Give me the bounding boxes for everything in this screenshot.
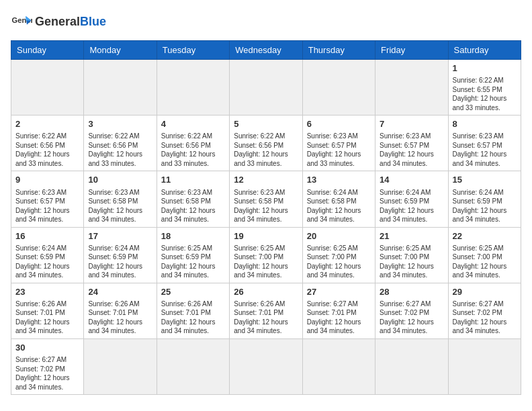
calendar-cell [302,60,375,116]
page-header: General GeneralBlue [11,11,521,32]
day-info: Sunrise: 6:26 AMSunset: 7:01 PMDaylight:… [234,300,298,336]
day-number: 21 [380,230,443,242]
day-info: Sunrise: 6:22 AMSunset: 6:56 PMDaylight:… [15,132,79,168]
col-header-thursday: Thursday [302,41,375,60]
day-number: 4 [161,118,225,130]
calendar-cell [375,60,448,116]
col-header-wednesday: Wednesday [230,41,302,60]
day-number: 11 [161,174,225,186]
calendar-cell [230,60,302,116]
calendar-cell [375,338,448,394]
calendar-cell [11,60,84,116]
day-number: 25 [161,286,225,298]
day-number: 24 [88,286,152,298]
calendar-cell: 11Sunrise: 6:23 AMSunset: 6:58 PMDayligh… [157,171,229,227]
calendar-cell: 15Sunrise: 6:24 AMSunset: 6:59 PMDayligh… [448,171,521,227]
calendar-cell [157,338,229,394]
day-info: Sunrise: 6:24 AMSunset: 6:59 PMDaylight:… [380,188,443,224]
day-info: Sunrise: 6:27 AMSunset: 7:02 PMDaylight:… [380,300,443,336]
calendar-cell: 28Sunrise: 6:27 AMSunset: 7:02 PMDayligh… [375,283,448,338]
calendar-cell: 26Sunrise: 6:26 AMSunset: 7:01 PMDayligh… [230,283,302,338]
calendar-cell: 1Sunrise: 6:22 AMSunset: 6:55 PMDaylight… [448,60,521,116]
calendar-cell: 3Sunrise: 6:22 AMSunset: 6:56 PMDaylight… [84,116,157,171]
calendar-week-row: 23Sunrise: 6:26 AMSunset: 7:01 PMDayligh… [11,283,521,338]
calendar-cell: 4Sunrise: 6:22 AMSunset: 6:56 PMDaylight… [157,116,229,171]
calendar-cell: 12Sunrise: 6:23 AMSunset: 6:58 PMDayligh… [230,171,302,227]
logo-text: GeneralBlue [35,15,106,28]
day-info: Sunrise: 6:24 AMSunset: 6:59 PMDaylight:… [15,244,79,280]
calendar-cell: 22Sunrise: 6:25 AMSunset: 7:00 PMDayligh… [448,227,521,283]
day-info: Sunrise: 6:25 AMSunset: 6:59 PMDaylight:… [161,244,225,280]
calendar-cell: 19Sunrise: 6:25 AMSunset: 7:00 PMDayligh… [230,227,302,283]
calendar-cell: 23Sunrise: 6:26 AMSunset: 7:01 PMDayligh… [11,283,84,338]
calendar-cell: 10Sunrise: 6:23 AMSunset: 6:58 PMDayligh… [84,171,157,227]
day-number: 23 [15,286,79,298]
col-header-saturday: Saturday [448,41,521,60]
day-number: 20 [307,230,371,242]
calendar-cell [84,338,157,394]
calendar-cell [84,60,157,116]
calendar-cell: 16Sunrise: 6:24 AMSunset: 6:59 PMDayligh… [11,227,84,283]
day-info: Sunrise: 6:26 AMSunset: 7:01 PMDaylight:… [161,300,225,336]
day-number: 6 [307,118,371,130]
calendar-cell: 13Sunrise: 6:24 AMSunset: 6:58 PMDayligh… [302,171,375,227]
calendar-cell: 30Sunrise: 6:27 AMSunset: 7:02 PMDayligh… [11,338,84,394]
day-info: Sunrise: 6:24 AMSunset: 6:58 PMDaylight:… [307,188,371,224]
calendar-cell: 6Sunrise: 6:23 AMSunset: 6:57 PMDaylight… [302,116,375,171]
calendar-cell [448,338,521,394]
day-info: Sunrise: 6:27 AMSunset: 7:01 PMDaylight:… [307,300,371,336]
day-info: Sunrise: 6:25 AMSunset: 7:00 PMDaylight:… [453,244,517,280]
logo: General GeneralBlue [11,11,106,32]
day-info: Sunrise: 6:25 AMSunset: 7:00 PMDaylight:… [380,244,443,280]
logo-icon: General [11,11,32,32]
day-info: Sunrise: 6:26 AMSunset: 7:01 PMDaylight:… [88,300,152,336]
day-number: 22 [453,230,517,242]
col-header-monday: Monday [84,41,157,60]
day-number: 19 [234,230,298,242]
day-info: Sunrise: 6:23 AMSunset: 6:57 PMDaylight:… [453,132,517,168]
day-number: 29 [453,286,517,298]
calendar-cell [157,60,229,116]
day-number: 2 [15,118,79,130]
day-info: Sunrise: 6:22 AMSunset: 6:56 PMDaylight:… [234,132,298,168]
calendar-cell: 29Sunrise: 6:27 AMSunset: 7:02 PMDayligh… [448,283,521,338]
calendar-week-row: 2Sunrise: 6:22 AMSunset: 6:56 PMDaylight… [11,116,521,171]
calendar-cell: 5Sunrise: 6:22 AMSunset: 6:56 PMDaylight… [230,116,302,171]
calendar-week-row: 1Sunrise: 6:22 AMSunset: 6:55 PMDaylight… [11,60,521,116]
calendar-cell: 25Sunrise: 6:26 AMSunset: 7:01 PMDayligh… [157,283,229,338]
day-info: Sunrise: 6:23 AMSunset: 6:58 PMDaylight:… [234,188,298,224]
day-info: Sunrise: 6:26 AMSunset: 7:01 PMDaylight:… [15,300,79,336]
calendar-cell: 7Sunrise: 6:23 AMSunset: 6:57 PMDaylight… [375,116,448,171]
calendar-cell [302,338,375,394]
day-number: 10 [88,174,152,186]
day-number: 9 [15,174,79,186]
day-number: 26 [234,286,298,298]
calendar-cell: 9Sunrise: 6:23 AMSunset: 6:57 PMDaylight… [11,171,84,227]
calendar-cell: 21Sunrise: 6:25 AMSunset: 7:00 PMDayligh… [375,227,448,283]
day-number: 17 [88,230,152,242]
day-number: 15 [453,174,517,186]
calendar-week-row: 16Sunrise: 6:24 AMSunset: 6:59 PMDayligh… [11,227,521,283]
day-info: Sunrise: 6:24 AMSunset: 6:59 PMDaylight:… [453,188,517,224]
day-number: 12 [234,174,298,186]
day-info: Sunrise: 6:23 AMSunset: 6:58 PMDaylight:… [161,188,225,224]
calendar-week-row: 9Sunrise: 6:23 AMSunset: 6:57 PMDaylight… [11,171,521,227]
day-info: Sunrise: 6:23 AMSunset: 6:58 PMDaylight:… [88,188,152,224]
day-number: 16 [15,230,79,242]
day-info: Sunrise: 6:23 AMSunset: 6:57 PMDaylight:… [15,188,79,224]
day-number: 8 [453,118,517,130]
col-header-tuesday: Tuesday [157,41,229,60]
day-number: 30 [15,342,79,354]
day-number: 5 [234,118,298,130]
day-info: Sunrise: 6:24 AMSunset: 6:59 PMDaylight:… [88,244,152,280]
day-number: 1 [453,62,517,75]
day-info: Sunrise: 6:23 AMSunset: 6:57 PMDaylight:… [307,132,371,168]
day-number: 28 [380,286,443,298]
calendar-week-row: 30Sunrise: 6:27 AMSunset: 7:02 PMDayligh… [11,338,521,394]
day-info: Sunrise: 6:23 AMSunset: 6:57 PMDaylight:… [380,132,443,168]
day-number: 7 [380,118,443,130]
day-info: Sunrise: 6:25 AMSunset: 7:00 PMDaylight:… [307,244,371,280]
day-info: Sunrise: 6:22 AMSunset: 6:56 PMDaylight:… [161,132,225,168]
calendar-table: SundayMondayTuesdayWednesdayThursdayFrid… [11,40,521,395]
day-number: 18 [161,230,225,242]
